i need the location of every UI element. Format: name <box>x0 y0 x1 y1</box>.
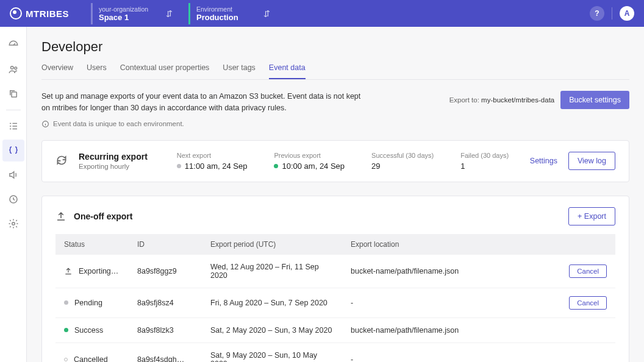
next-export-label: Next export <box>177 152 248 159</box>
table-row: Pending8a9sfj8sz4Fri, 8 Aug 2020 – Sun, … <box>55 288 615 318</box>
svg-rect-2 <box>12 92 16 97</box>
speaker-icon <box>8 169 19 180</box>
cancel-button[interactable]: Cancel <box>569 296 607 310</box>
tab-contextual-user-properties[interactable]: Contextual user properties <box>120 63 210 79</box>
status-text: Success <box>74 326 103 335</box>
tab-overview[interactable]: Overview <box>41 63 73 79</box>
upload-icon <box>55 211 66 222</box>
export-id: 8a9sf4sdgh… <box>129 342 202 362</box>
refresh-icon <box>55 154 68 168</box>
bucket-settings-button[interactable]: Bucket settings <box>560 91 629 109</box>
brand-logo[interactable]: MTRIBES <box>10 7 69 20</box>
list-icon <box>8 121 19 132</box>
export-location: - <box>342 342 560 362</box>
recurring-title: Recurring export <box>79 152 148 161</box>
table-row: Exporting…8a9sf8ggz9Wed, 12 Aug 2020 – F… <box>55 255 615 288</box>
recurring-subtitle: Exporting hourly <box>79 163 148 170</box>
tab-event-data[interactable]: Event data <box>269 63 306 79</box>
failed-count-label: Failed (30 days) <box>460 152 509 159</box>
table-row: Cancelled8a9sf4sdgh…Sat, 9 May 2020 – Su… <box>55 342 615 362</box>
org-value: Space 1 <box>99 13 170 22</box>
oneoff-title: One-off export <box>74 211 132 221</box>
clock-icon <box>8 194 19 205</box>
export-period: Sat, 2 May 2020 – Sun, 3 May 2020 <box>202 318 342 342</box>
export-id: 8a9sf8ggz9 <box>129 255 202 288</box>
svg-point-1 <box>14 67 16 69</box>
export-period: Wed, 12 Aug 2020 – Fri, 11 Sep 2020 <box>202 255 342 288</box>
page-title: Developer <box>41 39 629 55</box>
status-text: Cancelled <box>74 355 108 363</box>
th-id: ID <box>129 234 202 255</box>
intro-text: Set up and manage exports of your event … <box>41 91 371 114</box>
org-label: your-organization <box>99 5 170 13</box>
users-icon <box>8 64 19 75</box>
environment-note: Event data is unique to each environment… <box>41 120 371 128</box>
chevron-updown-icon: ⇵ <box>166 9 173 18</box>
sidebar-item-list[interactable] <box>2 115 24 137</box>
sidebar-divider <box>6 110 21 110</box>
recurring-export-card: Recurring export Exporting hourly Next e… <box>41 140 629 182</box>
view-log-button[interactable]: View log <box>568 152 615 170</box>
export-location: bucket-name/path/filename.json <box>342 318 560 342</box>
sidebar-item-settings[interactable] <box>2 213 24 235</box>
brand-name: MTRIBES <box>26 9 69 19</box>
status-dot-grey <box>177 164 181 168</box>
th-status: Status <box>55 234 129 255</box>
logo-icon <box>10 7 22 20</box>
prev-export-value: 10:00 am, 24 Sep <box>274 161 345 171</box>
status-dot-grey <box>64 300 68 305</box>
export-location: - <box>342 288 560 318</box>
sidebar-item-developer[interactable] <box>2 140 24 161</box>
export-period: Sat, 9 May 2020 – Sun, 10 May 2020 <box>202 342 342 362</box>
sidebar <box>0 27 27 362</box>
env-label: Environment <box>196 5 268 13</box>
help-button[interactable]: ? <box>590 6 604 21</box>
status-text: Pending <box>74 299 102 307</box>
export-period: Fri, 8 Aug 2020 – Sun, 7 Sep 2020 <box>202 288 342 318</box>
org-selector[interactable]: your-organization Space 1 ⇵ <box>91 3 176 24</box>
copy-icon <box>8 88 19 99</box>
oneoff-table: Status ID Export period (UTC) Export loc… <box>55 234 615 363</box>
sidebar-item-audio[interactable] <box>2 164 24 186</box>
status-dot-green <box>274 164 278 168</box>
export-id: 8a9sf8lzk3 <box>129 318 202 342</box>
status-text: Exporting… <box>79 267 118 275</box>
recurring-settings-link[interactable]: Settings <box>530 157 557 165</box>
sidebar-item-history[interactable] <box>2 188 24 210</box>
prev-export-label: Previous export <box>274 152 345 159</box>
table-row: Success8a9sf8lzk3Sat, 2 May 2020 – Sun, … <box>55 318 615 342</box>
cancel-button[interactable]: Cancel <box>569 264 607 278</box>
export-location: bucket-name/path/filename.json <box>342 255 560 288</box>
env-value: Production <box>196 13 268 22</box>
status-dot-green <box>64 328 68 332</box>
next-export-value: 11:00 am, 24 Sep <box>177 161 248 171</box>
tab-users[interactable]: Users <box>87 63 107 79</box>
svg-point-0 <box>10 66 13 69</box>
info-icon <box>41 120 49 128</box>
chevron-updown-icon: ⇵ <box>263 9 270 18</box>
tabs: OverviewUsersContextual user propertiesU… <box>41 63 629 80</box>
sidebar-item-dashboard[interactable] <box>2 34 24 56</box>
failed-count-value: 1 <box>460 161 509 171</box>
th-location: Export location <box>342 234 560 255</box>
th-period: Export period (UTC) <box>202 234 342 255</box>
oneoff-export-card: One-off export + Export Status ID Export… <box>41 196 629 363</box>
success-count-label: Successful (30 days) <box>371 152 434 159</box>
gear-icon <box>8 218 19 229</box>
env-selector[interactable]: Environment Production ⇵ <box>188 3 274 24</box>
export-to-label: Export to: my-bucket/mtribes-data <box>449 96 555 104</box>
svg-point-4 <box>12 222 15 225</box>
divider <box>612 7 612 20</box>
export-id: 8a9sfj8sz4 <box>129 288 202 318</box>
success-count-value: 29 <box>371 161 434 171</box>
gauge-icon <box>8 40 19 51</box>
status-dot-hollow <box>64 358 68 361</box>
tab-user-tags[interactable]: User tags <box>223 63 256 79</box>
upload-icon <box>64 267 73 275</box>
braces-icon <box>8 145 19 156</box>
sidebar-item-users[interactable] <box>2 59 24 80</box>
sidebar-item-copy[interactable] <box>2 83 24 105</box>
add-export-button[interactable]: + Export <box>568 207 615 225</box>
avatar[interactable]: A <box>620 6 634 21</box>
